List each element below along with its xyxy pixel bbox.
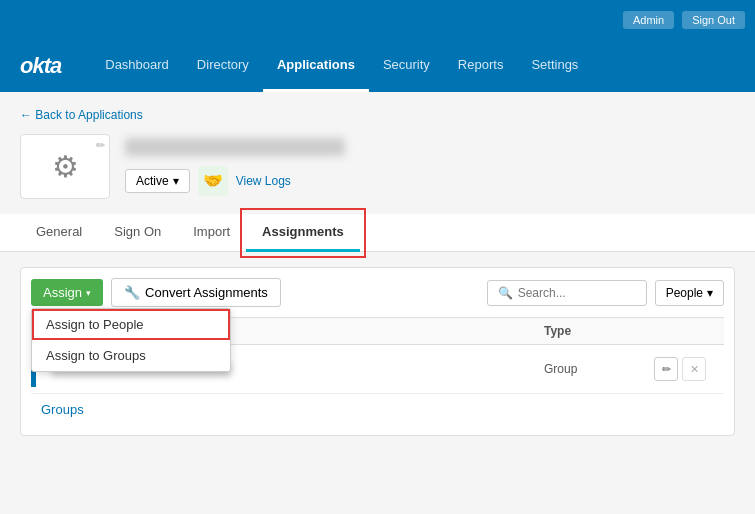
content-area: ← Back to Applications ✏ ⚙ Active ▾ 🤝 Vi… <box>0 92 755 451</box>
nav-directory[interactable]: Directory <box>183 40 263 92</box>
tab-assignments[interactable]: Assignments <box>246 214 360 252</box>
app-name <box>125 138 345 156</box>
gear-icon: ⚙ <box>52 149 79 184</box>
back-link[interactable]: ← Back to Applications <box>20 108 143 122</box>
nav-settings[interactable]: Settings <box>517 40 592 92</box>
nav-reports[interactable]: Reports <box>444 40 518 92</box>
search-box: 🔍 <box>487 280 647 306</box>
edit-icon[interactable]: ✏ <box>96 139 105 152</box>
nav-bar: okta Dashboard Directory Applications Se… <box>0 40 755 92</box>
assign-label: Assign <box>43 285 82 300</box>
status-button[interactable]: Active ▾ <box>125 169 190 193</box>
search-input[interactable] <box>518 286 638 300</box>
okta-logo: okta <box>20 53 61 79</box>
assign-caret-icon: ▾ <box>86 288 91 298</box>
assign-to-people-item[interactable]: Assign to People <box>32 309 230 340</box>
app-icon-box: ✏ ⚙ <box>20 134 110 199</box>
assign-dropdown-menu: Assign to People Assign to Groups <box>31 308 231 372</box>
tab-signon[interactable]: Sign On <box>98 214 177 252</box>
convert-assignments-button[interactable]: 🔧 Convert Assignments <box>111 278 281 307</box>
groups-link[interactable]: Groups <box>31 394 94 425</box>
tabs-bar: General Sign On Import Assignments <box>0 214 755 252</box>
nav-applications[interactable]: Applications <box>263 40 369 92</box>
row-actions: ✏ ✕ <box>654 357 724 381</box>
nav-dashboard[interactable]: Dashboard <box>91 40 183 92</box>
col-type-header: Type <box>534 324 654 338</box>
assign-button[interactable]: Assign ▾ <box>31 279 103 306</box>
row-type: Group <box>534 362 654 376</box>
nav-security[interactable]: Security <box>369 40 444 92</box>
app-header: ✏ ⚙ Active ▾ 🤝 View Logs <box>20 134 735 199</box>
convert-label: Convert Assignments <box>145 285 268 300</box>
wrench-icon: 🔧 <box>124 285 140 300</box>
delete-row-button[interactable]: ✕ <box>682 357 706 381</box>
assign-to-groups-item[interactable]: Assign to Groups <box>32 340 230 371</box>
people-label: People <box>666 286 703 300</box>
admin-button[interactable]: Admin <box>623 11 674 29</box>
app-info: Active ▾ 🤝 View Logs <box>125 138 345 196</box>
col-actions-header <box>654 324 724 338</box>
search-icon: 🔍 <box>498 286 513 300</box>
assignments-section: Assign ▾ Assign to People Assign to Grou… <box>20 267 735 436</box>
status-caret: ▾ <box>173 174 179 188</box>
toolbar: Assign ▾ Assign to People Assign to Grou… <box>31 278 724 307</box>
people-filter-button[interactable]: People ▾ <box>655 280 724 306</box>
status-label: Active <box>136 174 169 188</box>
people-caret-icon: ▾ <box>707 286 713 300</box>
top-bar: Admin Sign Out <box>0 0 755 40</box>
toolbar-left: Assign ▾ Assign to People Assign to Grou… <box>31 278 281 307</box>
tab-general[interactable]: General <box>20 214 98 252</box>
app-actions: Active ▾ 🤝 View Logs <box>125 166 345 196</box>
edit-row-button[interactable]: ✏ <box>654 357 678 381</box>
tab-import[interactable]: Import <box>177 214 246 252</box>
handshake-icon: 🤝 <box>198 166 228 196</box>
assign-dropdown-wrapper: Assign ▾ Assign to People Assign to Grou… <box>31 279 103 306</box>
view-logs-link[interactable]: View Logs <box>236 174 291 188</box>
toolbar-right: 🔍 People ▾ <box>487 280 724 306</box>
signout-button[interactable]: Sign Out <box>682 11 745 29</box>
